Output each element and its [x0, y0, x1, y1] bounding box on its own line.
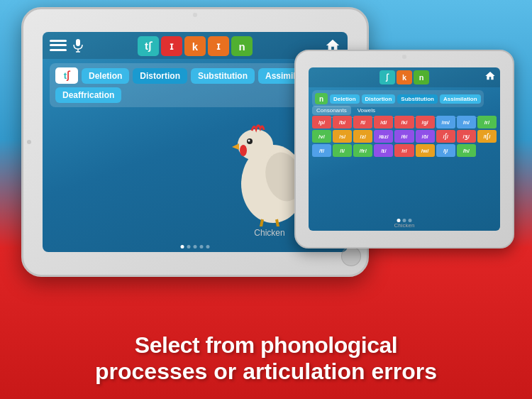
small-process-panel: n Deletion Distortion Substitution Assim…	[312, 90, 484, 107]
grid-tile-m[interactable]: /m/	[436, 116, 455, 129]
grid-tile-n[interactable]: /n/	[457, 116, 476, 129]
grid-tile-k[interactable]: /k/	[394, 116, 414, 129]
grid-tile-h[interactable]: /h/	[457, 144, 476, 157]
grid-tile-v[interactable]: /v/	[312, 130, 331, 143]
grid-tile-tsh[interactable]: /tʃ/	[477, 130, 497, 143]
grid-tile-sh[interactable]: /ʃ/	[436, 130, 455, 143]
small-substitution-btn[interactable]: Substitution	[397, 94, 438, 104]
chicken-label-large: Chicken	[254, 228, 284, 238]
grid-tile-i[interactable]: /ɪ/	[374, 144, 393, 157]
svg-rect-0	[76, 39, 80, 46]
small-tile-s[interactable]: ʃ	[379, 70, 395, 84]
bottom-caption: Select from phonological processes or ar…	[0, 332, 532, 385]
grid-tile-az[interactable]: /ɑz/	[374, 130, 393, 143]
grid-tile-w[interactable]: /w/	[416, 144, 435, 157]
grid-tile-t[interactable]: /t/	[353, 116, 372, 129]
process-row-1: tʃ Deletion Distortion Substitution Assi…	[55, 67, 323, 84]
grid-tile-th1[interactable]: /θ/	[394, 130, 414, 143]
grid-tile-f[interactable]: /f/	[312, 144, 331, 157]
left-indicator-large	[27, 140, 31, 144]
grid-tile-g[interactable]: /g/	[416, 116, 435, 129]
small-deletion-btn[interactable]: Deletion	[330, 94, 360, 104]
dot-1	[181, 245, 184, 248]
process-panel-large: tʃ Deletion Distortion Substitution Assi…	[50, 63, 328, 107]
grid-tile-fr[interactable]: /fr/	[353, 144, 372, 157]
small-dot-1	[397, 219, 401, 222]
grid-tile-l[interactable]: /l/	[333, 144, 352, 157]
tab-vowels[interactable]: Vowels	[353, 106, 379, 115]
grid-tile-th2[interactable]: /ð/	[416, 130, 435, 143]
caption-line1: Select from phonological	[0, 332, 532, 359]
phoneme-tile-ts[interactable]: tʃ	[138, 36, 159, 56]
caption-line2: processes or articulation errors	[0, 359, 532, 385]
small-assimilation-btn[interactable]: Assimilation	[440, 94, 481, 104]
svg-point-7	[248, 140, 250, 142]
phoneme-tile-i1[interactable]: ɪ	[161, 36, 182, 56]
dot-2	[187, 245, 191, 248]
small-top-bar: ʃ k n	[309, 67, 500, 87]
grid-tile-j[interactable]: /j/	[436, 144, 455, 157]
small-distortion-btn[interactable]: Distortion	[362, 94, 396, 104]
grid-tile-zh[interactable]: /ʒ/	[457, 130, 476, 143]
small-tile-k[interactable]: k	[397, 70, 412, 84]
grid-tile-z[interactable]: /z/	[353, 130, 372, 143]
small-tile-n[interactable]: n	[414, 70, 429, 84]
grid-tile-r1[interactable]: /r/	[477, 116, 497, 129]
home-icon-small[interactable]	[484, 70, 496, 84]
substitution-btn[interactable]: Substitution	[191, 68, 255, 84]
small-phoneme-bar: ʃ k n	[379, 70, 429, 84]
large-phoneme-bar: tʃ ɪ k ɪ n	[138, 36, 253, 56]
distortion-btn[interactable]: Distortion	[133, 68, 187, 84]
grid-tile-r2[interactable]: /r/	[394, 144, 414, 157]
process-row-2: Deaffrication	[55, 87, 323, 103]
home-button-large[interactable]	[341, 246, 361, 266]
chicken-label-small: Chicken	[309, 222, 500, 229]
ipad-small-screen: ʃ k n n Deletion Distortion Substitution…	[309, 67, 500, 231]
mic-icon[interactable]	[72, 38, 89, 53]
grid-tile-s[interactable]: /s/	[333, 130, 352, 143]
dot-5	[206, 245, 210, 248]
grid-tile-p[interactable]: /p/	[312, 116, 331, 129]
phoneme-tile-i2[interactable]: ɪ	[208, 36, 229, 56]
svg-line-10	[259, 219, 262, 226]
main-container: tʃ ɪ k ɪ n tʃ Deletion	[0, 0, 532, 399]
tab-consonants[interactable]: Consonants	[312, 106, 351, 115]
ipad-small: ʃ k n n Deletion Distortion Substitution…	[294, 50, 514, 248]
small-dot-2	[403, 219, 406, 222]
dot-4	[200, 245, 204, 248]
menu-icon[interactable]	[50, 38, 67, 53]
small-phoneme-label: n	[315, 93, 328, 104]
svg-marker-5	[232, 143, 239, 150]
camera-dot-large	[193, 13, 197, 17]
dot-3	[194, 245, 197, 248]
pagination-dots-large	[181, 245, 210, 248]
camera-dot-small	[402, 55, 406, 59]
phoneme-tile-k[interactable]: k	[184, 36, 206, 56]
grid-tile-d[interactable]: /d/	[374, 116, 393, 129]
phoneme-tile-n[interactable]: n	[231, 36, 253, 56]
selected-phoneme-label: tʃ	[55, 67, 78, 84]
deletion-btn[interactable]: Deletion	[82, 68, 129, 84]
small-dot-3	[409, 219, 412, 222]
pagination-dots-small	[397, 219, 412, 222]
deaffrication-btn[interactable]: Deaffrication	[55, 87, 121, 103]
phoneme-grid: /p/ /b/ /t/ /d/ /k/ /g/ /m/ /n/ /r/ /v/ …	[312, 116, 497, 157]
grid-tile-b[interactable]: /b/	[333, 116, 352, 129]
svg-point-8	[240, 145, 247, 156]
